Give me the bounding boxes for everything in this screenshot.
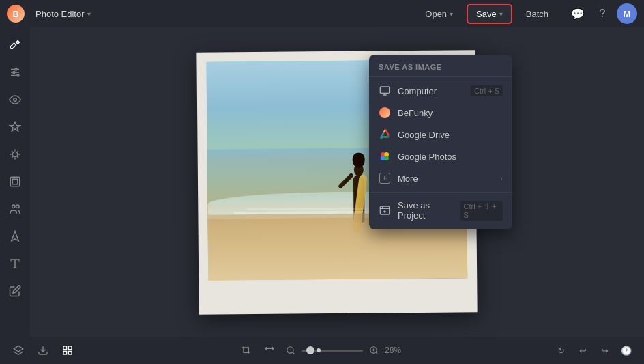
svg-rect-34 — [63, 346, 67, 350]
zoom-controls: 28% — [236, 340, 408, 361]
batch-label: Batch — [526, 9, 548, 19]
google-drive-label: Google Drive — [398, 130, 450, 140]
more-label: More — [398, 173, 418, 184]
batch-button[interactable]: Batch — [518, 5, 557, 23]
svg-rect-37 — [68, 351, 72, 354]
frames-icon — [9, 176, 21, 188]
save-button[interactable]: Save ▾ — [467, 4, 512, 24]
befunky-icon — [379, 107, 391, 119]
topbar: B Photo Editor ▾ Open ▾ Save ▾ Batch 💬 ?… — [0, 0, 644, 27]
dropdown-item-google-drive[interactable]: Google Drive — [369, 124, 512, 145]
sidebar-item-adjustments[interactable] — [3, 60, 27, 85]
open-label: Open — [425, 9, 447, 19]
svg-rect-35 — [68, 346, 72, 350]
svg-marker-15 — [12, 232, 19, 241]
graphics-icon — [9, 230, 21, 242]
sidebar-item-view[interactable] — [3, 87, 27, 112]
svg-point-5 — [13, 72, 15, 74]
svg-line-32 — [18, 352, 23, 354]
adjustments-icon — [9, 66, 21, 79]
sidebar-item-edit[interactable] — [3, 279, 27, 303]
sidebar-item-retouch[interactable] — [3, 115, 27, 139]
user-avatar[interactable]: M — [617, 3, 637, 24]
sidebar-item-people[interactable] — [3, 197, 27, 221]
dropdown-divider — [369, 192, 512, 193]
svg-rect-18 — [380, 87, 389, 93]
grid-button[interactable] — [57, 340, 78, 361]
app-name-label: Photo Editor — [35, 9, 85, 19]
svg-point-10 — [12, 152, 18, 157]
more-chevron-right-icon: › — [500, 174, 503, 182]
brush-icon — [9, 39, 21, 51]
svg-point-24 — [384, 156, 389, 160]
svg-line-40 — [293, 352, 295, 354]
open-button[interactable]: Open ▾ — [417, 5, 461, 23]
computer-label: Computer — [398, 86, 437, 96]
save-dropdown-menu: Save as Image Computer Ctrl + S BeFunky — [369, 55, 512, 229]
svg-marker-30 — [14, 346, 23, 352]
svg-point-9 — [14, 98, 17, 102]
eye-icon — [9, 94, 21, 106]
sidebar-item-brush[interactable] — [3, 33, 27, 57]
canvas-area: Save as Image Computer Ctrl + S BeFunky — [30, 27, 644, 337]
straighten-button[interactable] — [259, 340, 280, 361]
svg-point-2 — [15, 68, 17, 70]
dropdown-item-save-as-project[interactable]: Save as Project Ctrl + ⇧ + S — [369, 195, 512, 225]
sidebar-item-effects[interactable] — [3, 142, 27, 167]
dropdown-item-google-photos[interactable]: Google Photos — [369, 145, 512, 167]
bottombar-right: ↻ ↩ ↪ 🕐 — [551, 341, 636, 360]
sidebar — [0, 27, 30, 337]
redo-button[interactable]: ↪ — [595, 341, 614, 360]
zoom-slider[interactable] — [302, 350, 363, 352]
svg-rect-36 — [63, 351, 67, 354]
google-photos-icon — [379, 150, 391, 163]
undo-button[interactable]: ↩ — [573, 341, 592, 360]
refresh-button[interactable]: ↻ — [551, 341, 570, 360]
zoom-in-button[interactable] — [366, 342, 382, 359]
retouch-icon — [9, 121, 21, 133]
zoom-out-button[interactable] — [282, 342, 299, 359]
history-button[interactable]: 🕐 — [617, 341, 636, 360]
svg-line-31 — [14, 352, 18, 354]
dropdown-overlay[interactable]: Save as Image Computer Ctrl + S BeFunky — [30, 55, 644, 337]
svg-rect-11 — [10, 177, 20, 186]
sidebar-item-graphics[interactable] — [3, 224, 27, 249]
monitor-icon — [379, 85, 391, 97]
google-photos-label: Google Photos — [398, 152, 456, 162]
open-chevron-icon: ▾ — [450, 10, 453, 18]
svg-point-8 — [17, 74, 19, 76]
sidebar-item-text[interactable] — [3, 251, 27, 276]
google-drive-icon — [379, 128, 391, 141]
svg-point-14 — [16, 205, 20, 208]
edit-icon — [9, 285, 21, 297]
dropdown-item-computer[interactable]: Computer Ctrl + S — [369, 80, 512, 102]
dropdown-item-befunky[interactable]: BeFunky — [369, 102, 512, 124]
dropdown-header: Save as Image — [369, 59, 512, 77]
dropdown-item-more[interactable]: + More › — [369, 167, 512, 189]
crop-button[interactable] — [236, 340, 257, 361]
app-logo[interactable]: B — [7, 5, 25, 23]
text-icon — [9, 257, 21, 270]
chat-icon-button[interactable]: 💬 — [568, 3, 588, 24]
computer-shortcut: Ctrl + S — [471, 85, 503, 96]
svg-point-13 — [12, 205, 16, 208]
befunky-label: BeFunky — [398, 108, 433, 118]
save-project-icon — [379, 204, 391, 216]
save-as-project-shortcut: Ctrl + ⇧ + S — [460, 201, 503, 221]
export-button[interactable] — [33, 340, 53, 361]
app-name-chevron-icon: ▾ — [87, 10, 91, 18]
save-chevron-icon: ▾ — [499, 10, 503, 18]
sidebar-item-frames[interactable] — [3, 169, 27, 194]
topbar-right: 💬 ? M — [568, 3, 637, 24]
main-area: Save as Image Computer Ctrl + S BeFunky — [0, 27, 644, 337]
zoom-percent: 28% — [385, 346, 408, 355]
save-as-project-label: Save as Project — [398, 200, 454, 221]
effects-icon — [9, 148, 21, 160]
app-name-button[interactable]: Photo Editor ▾ — [30, 6, 96, 22]
people-icon — [9, 203, 21, 215]
svg-line-43 — [376, 352, 378, 354]
help-icon-button[interactable]: ? — [592, 3, 613, 24]
bottombar: 28% ↻ ↩ ↪ 🕐 — [0, 337, 644, 364]
save-label: Save — [476, 9, 497, 19]
layers-button[interactable] — [8, 340, 29, 361]
